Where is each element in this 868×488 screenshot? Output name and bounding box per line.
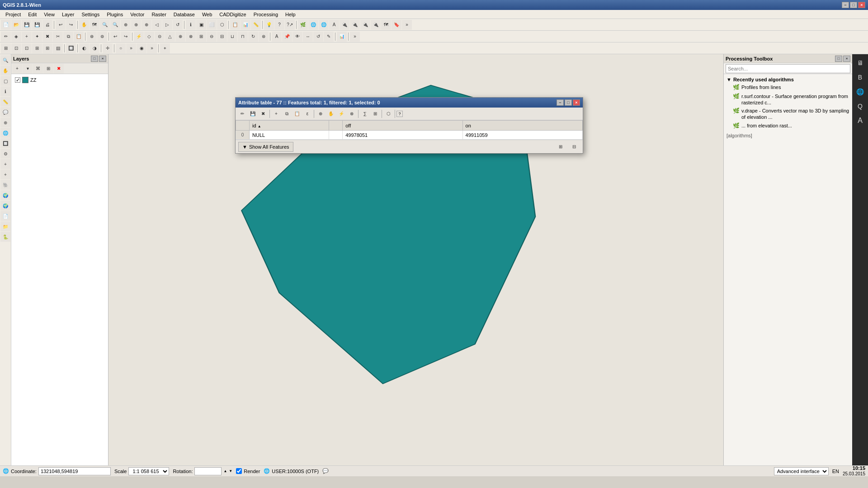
spell-check-btn[interactable]: A bbox=[329, 20, 339, 30]
conditional-format-btn[interactable]: ⊞ bbox=[370, 109, 380, 119]
adv1-btn[interactable]: ⊞ bbox=[1, 43, 11, 53]
add-part-btn[interactable]: ⊞ bbox=[196, 32, 206, 42]
help-btn[interactable]: ? bbox=[274, 20, 284, 30]
menu-processing[interactable]: Processing bbox=[250, 11, 282, 18]
python-console-tool[interactable]: 🐍 bbox=[0, 232, 10, 242]
minimize-button[interactable]: − bbox=[842, 2, 849, 8]
attr-minimize-btn[interactable]: − bbox=[557, 99, 564, 106]
zoom-selection-btn[interactable]: ⊕ bbox=[131, 20, 141, 30]
refresh-btn[interactable]: ↺ bbox=[173, 20, 183, 30]
algorithm-extra[interactable]: 🌿 ... from elevation rast... bbox=[726, 122, 850, 131]
cut-features-btn[interactable]: ✂ bbox=[53, 32, 63, 42]
zoom-tool[interactable]: 🔍 bbox=[0, 55, 10, 65]
select-tool[interactable]: ▢ bbox=[0, 76, 10, 86]
whats-this-btn[interactable]: ?↗ bbox=[285, 20, 295, 30]
adv6-btn[interactable]: ▤ bbox=[53, 43, 63, 53]
right-tool-2[interactable]: B bbox=[854, 70, 867, 84]
right-tool-3[interactable]: 🌐 bbox=[854, 85, 867, 99]
col-id[interactable]: id ▲ bbox=[250, 121, 329, 131]
rotation-input[interactable] bbox=[194, 467, 222, 475]
add-wfs-tool[interactable]: 🌍 bbox=[0, 201, 10, 211]
menu-database[interactable]: Database bbox=[170, 11, 198, 18]
algorithm-vdrape[interactable]: 🌿 v.drape - Converts vector map to 3D by… bbox=[726, 107, 850, 122]
algorithm-profiles-from-lines[interactable]: 🌿 Profiles from lines bbox=[726, 83, 850, 92]
map3d-tool[interactable]: 🌐 bbox=[0, 128, 10, 138]
pan-tool[interactable]: ✋ bbox=[0, 66, 10, 75]
toggle-edit-btn[interactable]: ✏ bbox=[237, 109, 247, 119]
adv10-btn[interactable]: ✛ bbox=[103, 43, 113, 53]
menu-help[interactable]: Help bbox=[282, 11, 299, 18]
scale-select[interactable]: 1:1 058 615 bbox=[128, 467, 169, 475]
annotation-tool[interactable]: 💬 bbox=[0, 107, 10, 117]
plugin4-btn[interactable]: 🔌 bbox=[371, 20, 381, 30]
edit-pencil-btn[interactable]: ✏ bbox=[1, 32, 11, 42]
select-by-expr-btn[interactable]: ε bbox=[302, 109, 312, 119]
settings-tool[interactable]: ⚙ bbox=[0, 149, 10, 159]
undo-edit-btn[interactable]: ↩ bbox=[110, 32, 120, 42]
diagram-btn[interactable]: 📊 bbox=[337, 32, 347, 42]
attr-help-btn[interactable]: ? bbox=[396, 111, 403, 117]
redo-btn[interactable]: ↪ bbox=[66, 20, 76, 30]
save-edits-btn[interactable]: 💾 bbox=[248, 109, 258, 119]
grass-btn[interactable]: 🌿 bbox=[298, 20, 308, 30]
col-off[interactable]: off bbox=[343, 121, 462, 131]
advanced-interface-select[interactable]: Advanced interface bbox=[774, 467, 829, 475]
remove-layer-btn[interactable]: ✖ bbox=[54, 64, 64, 74]
fill-ring-btn[interactable]: ⊗ bbox=[186, 32, 196, 42]
menu-web[interactable]: Web bbox=[198, 11, 216, 18]
adv12-btn[interactable]: » bbox=[126, 43, 136, 53]
menu-raster[interactable]: Raster bbox=[148, 11, 170, 18]
add-feature-btn[interactable]: + bbox=[22, 32, 32, 42]
expand-all-btn[interactable]: ▾ bbox=[23, 64, 33, 74]
grass-region-tool[interactable]: 🔲 bbox=[0, 138, 10, 148]
coordinate-input[interactable] bbox=[38, 467, 111, 475]
snap-icon-btn[interactable]: ⌖ bbox=[160, 43, 170, 53]
pan-to-selection-btn[interactable]: 🗺 bbox=[90, 20, 99, 30]
right-tool-4[interactable]: Q bbox=[854, 99, 867, 113]
adv3-btn[interactable]: ⊡ bbox=[22, 43, 32, 53]
plugin2-btn[interactable]: 🔌 bbox=[350, 20, 360, 30]
tip-of-day-btn[interactable]: 💡 bbox=[264, 20, 274, 30]
title-bar-controls[interactable]: − □ × bbox=[842, 2, 865, 8]
new-feature-btn[interactable]: + bbox=[271, 109, 281, 119]
open-field-calc-btn[interactable]: ∑ bbox=[360, 109, 370, 119]
add-group-btn[interactable]: + bbox=[12, 64, 22, 74]
delete-ring-btn[interactable]: ⊖ bbox=[207, 32, 217, 42]
cell-on[interactable]: 49911059 bbox=[462, 131, 582, 140]
adv7-btn[interactable]: 🔲 bbox=[66, 43, 76, 53]
zoom-full-btn[interactable]: ⊕ bbox=[121, 20, 131, 30]
col-on[interactable]: on bbox=[462, 121, 582, 131]
layers-close-btn[interactable]: × bbox=[99, 56, 106, 62]
add-postgis-tool[interactable]: 🐘 bbox=[0, 180, 10, 190]
right-tool-5[interactable]: A bbox=[854, 114, 867, 127]
move-feature-btn[interactable]: ✦ bbox=[32, 32, 42, 42]
stat-summary-btn[interactable]: 📊 bbox=[241, 20, 250, 30]
move-label-btn[interactable]: ↔ bbox=[303, 32, 313, 42]
attr-maximize-btn[interactable]: □ bbox=[565, 99, 572, 106]
merge-attrs-btn[interactable]: ⊓ bbox=[238, 32, 248, 42]
zoom-next-btn[interactable]: ▷ bbox=[162, 20, 172, 30]
menu-layer[interactable]: Layer bbox=[58, 11, 78, 18]
adv11-btn[interactable]: ○ bbox=[116, 43, 126, 53]
plugin3-btn[interactable]: 🔌 bbox=[360, 20, 370, 30]
rotate-label-btn[interactable]: ↺ bbox=[313, 32, 323, 42]
show-all-features-btn[interactable]: ▼ Show All Features bbox=[238, 142, 293, 152]
rotation-down-btn[interactable]: ▼ bbox=[229, 469, 232, 473]
reshape-btn[interactable]: ◇ bbox=[144, 32, 154, 42]
cell-id[interactable]: NULL bbox=[250, 131, 329, 140]
spatial-query-tool[interactable]: ⊕ bbox=[0, 117, 10, 127]
rotation-up-btn[interactable]: ▲ bbox=[223, 469, 227, 473]
simplify-btn[interactable]: △ bbox=[165, 32, 175, 42]
algorithm-rsurf-contour[interactable]: 🌿 r.surf.contour - Surface generation pr… bbox=[726, 92, 850, 107]
redo-edit-btn[interactable]: ↪ bbox=[121, 32, 131, 42]
processing-search-input[interactable] bbox=[726, 64, 850, 73]
zoom-to-selected-btn[interactable]: ⊕ bbox=[316, 109, 326, 119]
pin-labels-btn[interactable]: 📌 bbox=[282, 32, 292, 42]
pan-to-selected-btn[interactable]: ✋ bbox=[326, 109, 336, 119]
right-tool-1[interactable]: 🖥 bbox=[854, 56, 867, 70]
menu-project[interactable]: Project bbox=[2, 11, 24, 18]
adv13-btn[interactable]: ◉ bbox=[137, 43, 146, 53]
more2-btn[interactable]: » bbox=[350, 32, 360, 42]
web-btn[interactable]: 🌐 bbox=[308, 20, 318, 30]
view-table-btn[interactable]: ⊞ bbox=[555, 142, 566, 152]
